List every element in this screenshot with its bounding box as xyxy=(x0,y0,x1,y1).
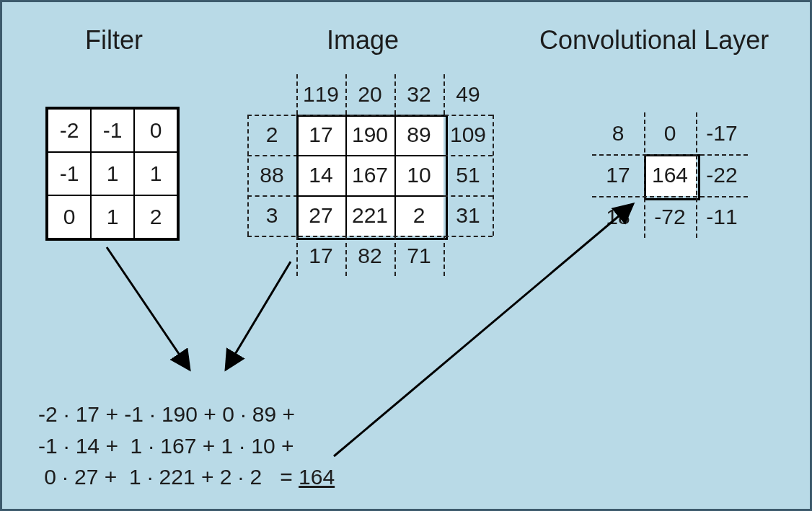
image-cell: 71 xyxy=(394,236,443,276)
equation-result: 164 xyxy=(299,465,335,489)
image-cell: 31 xyxy=(443,195,493,236)
image-dash-line xyxy=(247,115,249,236)
image-cell xyxy=(247,236,296,276)
filter-cell: 0 xyxy=(48,195,91,239)
image-cell: 221 xyxy=(345,195,394,236)
image-grid: 119 20 32 49 2 17 190 89 109 88 14 167 1… xyxy=(247,74,493,276)
image-cell: 190 xyxy=(345,115,394,155)
image-cell xyxy=(247,74,296,115)
arrow-filter-to-eq xyxy=(107,247,190,370)
conv-cell: 0 xyxy=(644,112,696,154)
conv-cell: 8 xyxy=(592,112,644,154)
image-cell xyxy=(443,236,493,276)
image-cell: 17 xyxy=(296,115,345,155)
image-cell: 49 xyxy=(443,74,493,115)
conv-cell-center: 164 xyxy=(644,154,696,196)
conv-dash-line xyxy=(644,112,645,238)
image-dash-line xyxy=(443,74,445,115)
image-cell: 17 xyxy=(296,236,345,276)
arrow-image-to-eq xyxy=(226,262,291,370)
image-core-line xyxy=(296,155,443,156)
image-cell: 119 xyxy=(296,74,345,115)
image-dash-line xyxy=(247,155,298,156)
conv-dash-line xyxy=(592,196,748,197)
conv-dash-line xyxy=(696,112,697,238)
image-cell: 10 xyxy=(394,155,443,195)
image-cell: 51 xyxy=(443,155,493,195)
image-cell: 109 xyxy=(443,115,493,155)
equation-line: -2 · 17 + -1 · 190 + 0 · 89 + xyxy=(38,402,295,426)
image-core-line xyxy=(296,195,443,197)
filter-grid: -2 -1 0 -1 1 1 0 1 2 xyxy=(45,107,180,241)
image-dash-line xyxy=(443,195,493,197)
equation-line: -1 · 14 + 1 · 167 + 1 · 10 + xyxy=(38,434,294,458)
image-cell: 82 xyxy=(345,236,394,276)
image-core-line xyxy=(345,115,347,236)
image-dash-line xyxy=(394,74,396,115)
conv-cell: -11 xyxy=(696,196,748,238)
image-dash-line xyxy=(247,195,298,197)
image-dash-line xyxy=(247,115,493,116)
image-dash-line xyxy=(443,155,493,156)
conv-dash-line xyxy=(592,154,748,156)
filter-cell: 1 xyxy=(91,195,134,239)
filter-cell: -2 xyxy=(48,109,91,152)
image-cell: 32 xyxy=(394,74,443,115)
filter-cell: 2 xyxy=(134,195,177,239)
image-dash-line xyxy=(394,236,396,276)
conv-cell: -22 xyxy=(696,154,748,196)
image-cell: 89 xyxy=(394,115,443,155)
equation-line: 0 · 27 + 1 · 221 + 2 · 2 = xyxy=(38,465,299,489)
image-dash-line xyxy=(296,74,298,115)
image-cell: 3 xyxy=(247,195,296,236)
filter-cell: -1 xyxy=(91,109,134,152)
image-cell: 2 xyxy=(247,115,296,155)
conv-cell: -17 xyxy=(696,112,748,154)
equation-block: -2 · 17 + -1 · 190 + 0 · 89 + -1 · 14 + … xyxy=(38,399,335,493)
image-cell: 2 xyxy=(394,195,443,236)
image-title: Image xyxy=(327,25,399,55)
image-dash-line xyxy=(296,236,298,276)
image-cell: 27 xyxy=(296,195,345,236)
filter-cell: 0 xyxy=(134,109,177,152)
image-core-line xyxy=(394,115,396,236)
image-cell: 20 xyxy=(345,74,394,115)
conv-grid: 8 0 -17 17 164 -22 18 -72 -11 xyxy=(592,112,748,238)
conv-cell: -72 xyxy=(644,196,696,238)
image-cell: 14 xyxy=(296,155,345,195)
image-dash-line xyxy=(493,115,494,236)
filter-cell: 1 xyxy=(91,152,134,195)
image-dash-line xyxy=(345,236,347,276)
conv-cell: 18 xyxy=(592,196,644,238)
image-dash-line xyxy=(443,236,445,276)
conv-cell: 17 xyxy=(592,154,644,196)
image-cell: 167 xyxy=(345,155,394,195)
image-cell: 88 xyxy=(247,155,296,195)
filter-cell: 1 xyxy=(134,152,177,195)
image-dash-line xyxy=(345,74,347,115)
filter-cell: -1 xyxy=(48,152,91,195)
image-dash-line xyxy=(247,236,493,237)
conv-title: Convolutional Layer xyxy=(539,25,769,55)
filter-title: Filter xyxy=(85,25,143,55)
